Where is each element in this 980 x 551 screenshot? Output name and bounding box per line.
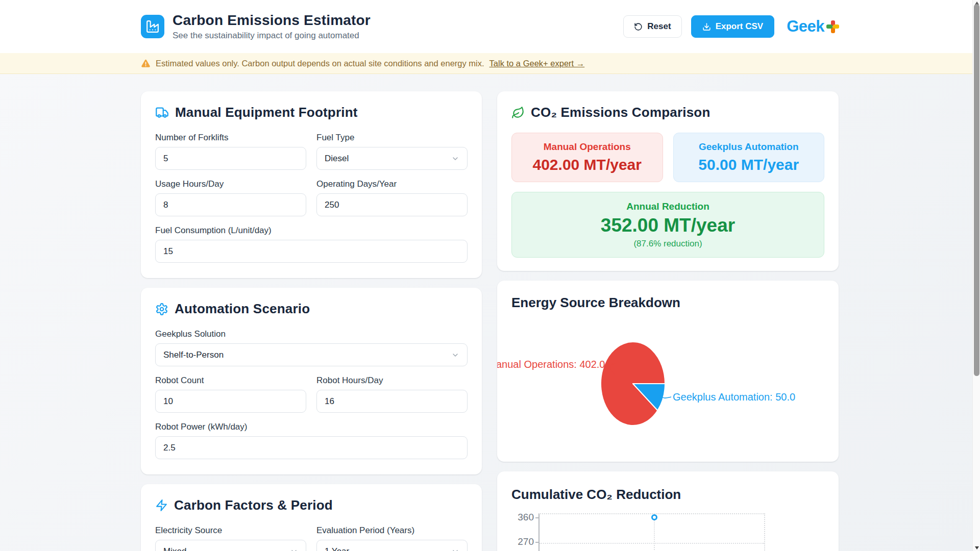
fuel-type-label: Fuel Type: [316, 133, 468, 143]
manual-operations-value: 402.00 MT/year: [533, 156, 642, 173]
app-header: Carbon Emissions Estimator See the susta…: [0, 0, 980, 53]
geekplus-automation-label: Geekplus Automation: [699, 141, 799, 153]
page-subtitle: See the sustainability impact of going a…: [173, 31, 371, 41]
operating-days-input[interactable]: [316, 193, 468, 216]
reset-icon: [634, 22, 643, 31]
line-chart-data-point[interactable]: [651, 514, 657, 520]
annual-reduction-stat: Annual Reduction 352.00 MT/year (87.6% r…: [511, 192, 824, 258]
pie-label-automation: Geekplus Automation: 50.0: [673, 391, 795, 403]
factors-card-title: Carbon Factors & Period: [174, 497, 333, 513]
banner-text: Estimated values only. Carbon output dep…: [156, 59, 484, 68]
electricity-source-label: Electricity Source: [155, 525, 306, 536]
pie-label-manual: anual Operations: 402.0 MT: [497, 359, 623, 370]
talk-to-expert-link[interactable]: Talk to a Geek+ expert →: [489, 59, 585, 68]
annual-reduction-label: Annual Reduction: [626, 201, 709, 212]
robot-hours-label: Robot Hours/Day: [316, 375, 468, 386]
operating-days-label: Operating Days/Year: [316, 179, 468, 189]
manual-card-title: Manual Equipment Footprint: [175, 105, 358, 120]
gear-icon: [155, 303, 168, 316]
line-chart-plot-area: [538, 513, 765, 551]
gridline-horizontal: [540, 543, 764, 544]
energy-pie-chart: [497, 281, 839, 462]
solution-value: Shelf-to-Person: [163, 350, 224, 360]
manual-equipment-card: Manual Equipment Footprint Number of For…: [141, 91, 482, 278]
y-axis-tick-360: 360: [497, 512, 534, 523]
robot-power-label: Robot Power (kWh/day): [155, 422, 468, 432]
factory-chart-icon: [146, 20, 159, 33]
chevron-down-icon: [451, 351, 459, 359]
robot-count-input[interactable]: [155, 390, 306, 413]
export-csv-button[interactable]: Export CSV: [691, 15, 775, 38]
solution-select[interactable]: Shelf-to-Person: [155, 343, 468, 366]
truck-icon: [155, 106, 169, 119]
chevron-down-icon: [451, 155, 459, 163]
usage-hours-label: Usage Hours/Day: [155, 179, 306, 189]
fuel-type-select[interactable]: Diesel: [316, 147, 468, 170]
reset-button-label: Reset: [647, 21, 671, 32]
usage-hours-input[interactable]: [155, 193, 306, 216]
geekplus-automation-value: 50.00 MT/year: [698, 156, 799, 173]
reset-button[interactable]: Reset: [623, 15, 681, 38]
geekplus-automation-stat: Geekplus Automation 50.00 MT/year: [673, 133, 825, 182]
cumulative-card-title: Cumulative CO₂ Reduction: [511, 487, 681, 503]
robot-hours-input[interactable]: [316, 390, 468, 413]
scrollbar-thumb[interactable]: [974, 4, 979, 376]
fuel-consumption-input[interactable]: [155, 240, 468, 263]
vertical-scrollbar[interactable]: [972, 0, 980, 551]
warning-triangle-icon: [141, 59, 151, 68]
emissions-comparison-card: CO₂ Emissions Comparison Manual Operatio…: [497, 91, 839, 271]
geekplus-logo-text: Geek: [787, 17, 824, 36]
robot-power-input[interactable]: [155, 436, 468, 459]
lightning-icon: [155, 499, 168, 512]
forklifts-label: Number of Forklifts: [155, 133, 306, 143]
app-logo-icon: [141, 15, 164, 38]
manual-operations-stat: Manual Operations 402.00 MT/year: [511, 133, 663, 182]
export-csv-label: Export CSV: [716, 21, 764, 32]
leaf-icon: [511, 106, 525, 119]
evaluation-period-select[interactable]: 1 Year: [316, 540, 468, 551]
electricity-source-value: Mixed: [163, 546, 186, 551]
solution-label: Geekplus Solution: [155, 329, 468, 339]
comparison-card-title: CO₂ Emissions Comparison: [531, 105, 710, 120]
electricity-source-select[interactable]: Mixed: [155, 540, 306, 551]
chevron-down-icon: [290, 547, 298, 551]
forklifts-input[interactable]: [155, 147, 306, 170]
geekplus-logo: Geek: [787, 17, 839, 36]
chevron-down-icon: [451, 547, 459, 551]
energy-breakdown-card: Energy Source Breakdown anual Operations…: [497, 281, 839, 462]
manual-operations-label: Manual Operations: [544, 141, 631, 153]
download-icon: [702, 22, 711, 31]
automation-card-title: Automation Scenario: [175, 301, 310, 317]
carbon-factors-card: Carbon Factors & Period Electricity Sour…: [141, 484, 482, 551]
annual-reduction-value: 352.00 MT/year: [601, 215, 735, 236]
geekplus-logo-plus-icon: [826, 20, 839, 33]
warning-banner: Estimated values only. Carbon output dep…: [0, 53, 980, 74]
evaluation-period-label: Evaluation Period (Years): [316, 525, 468, 536]
cumulative-reduction-card: Cumulative CO₂ Reduction 360 270: [497, 471, 839, 551]
scroll-down-arrow-icon[interactable]: [975, 546, 979, 549]
page-title: Carbon Emissions Estimator: [173, 12, 371, 29]
annual-reduction-percent: (87.6% reduction): [633, 239, 702, 249]
evaluation-period-value: 1 Year: [325, 546, 349, 551]
robot-count-label: Robot Count: [155, 375, 306, 386]
fuel-type-value: Diesel: [325, 154, 349, 164]
automation-scenario-card: Automation Scenario Geekplus Solution Sh…: [141, 288, 482, 474]
y-axis-tick-270: 270: [497, 536, 534, 547]
fuel-consumption-label: Fuel Consumption (L/unit/day): [155, 226, 468, 236]
